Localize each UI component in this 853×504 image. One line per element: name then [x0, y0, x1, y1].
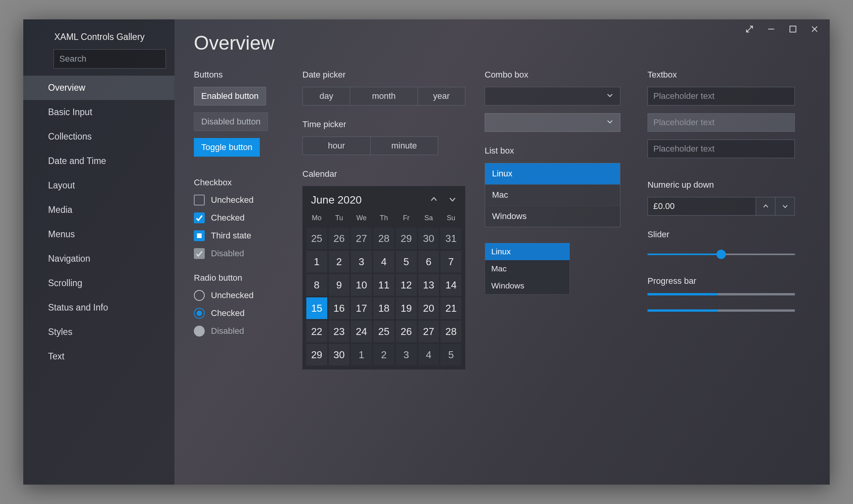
calendar-day[interactable]: 6 [418, 251, 439, 273]
calendar-day[interactable]: 20 [418, 297, 439, 319]
sidebar-item-overview[interactable]: Overview [23, 76, 174, 100]
calendar-title[interactable]: June 2020 [311, 194, 362, 206]
date-picker[interactable]: day month year [302, 87, 465, 105]
calendar-day[interactable]: 5 [440, 344, 461, 366]
calendar-day[interactable]: 11 [373, 274, 394, 296]
datepicker-month[interactable]: month [350, 87, 418, 105]
radio-disabled-text: Disabled [211, 326, 244, 336]
maximize-icon[interactable] [789, 25, 797, 33]
sidebar-item-styles[interactable]: Styles [23, 320, 174, 344]
sidebar-item-text[interactable]: Text [23, 344, 174, 369]
list-item[interactable]: Windows [485, 206, 620, 227]
calendar-day[interactable]: 28 [440, 321, 461, 342]
svg-rect-0 [790, 26, 796, 32]
search-input[interactable] [54, 49, 166, 69]
calendar-day[interactable]: 5 [396, 251, 417, 273]
calendar-day[interactable]: 22 [306, 321, 327, 342]
sidebar-item-basic-input[interactable]: Basic Input [23, 100, 174, 124]
calendar-day[interactable]: 29 [396, 228, 417, 249]
calendar-prev-icon[interactable] [430, 195, 438, 205]
page-title: Overview [194, 32, 810, 54]
calendar-day[interactable]: 8 [306, 274, 327, 296]
radio-checked[interactable] [194, 308, 205, 319]
datepicker-year[interactable]: year [418, 87, 465, 105]
numeric-down-button[interactable] [775, 197, 794, 215]
calendar-day[interactable]: 3 [396, 344, 417, 366]
sidebar-item-date-and-time[interactable]: Date and Time [23, 149, 174, 173]
checkbox-checked[interactable] [194, 212, 205, 223]
sidebar-item-menus[interactable]: Menus [23, 222, 174, 247]
slider[interactable] [648, 247, 795, 262]
progress-bar-2 [648, 309, 795, 312]
numeric-value[interactable]: £0.00 [648, 197, 756, 215]
calendar[interactable]: June 2020 MoTuWeThFrSaSu2526272829303112… [302, 186, 465, 369]
calendar-day[interactable]: 30 [329, 344, 350, 366]
calendar-day[interactable]: 19 [396, 297, 417, 319]
calendar-day[interactable]: 25 [306, 228, 327, 249]
minimize-icon[interactable] [767, 25, 775, 33]
calendar-day[interactable]: 21 [440, 297, 461, 319]
checkbox-thirdstate[interactable] [194, 230, 205, 241]
list-item[interactable]: Linux [485, 163, 620, 185]
list-item[interactable]: Mac [485, 185, 620, 206]
calendar-day[interactable]: 9 [329, 274, 350, 296]
numeric-up-down[interactable]: £0.00 [648, 197, 795, 216]
sidebar-item-navigation[interactable]: Navigation [23, 247, 174, 271]
calendar-day[interactable]: 10 [351, 274, 372, 296]
calendar-day[interactable]: 1 [351, 344, 372, 366]
list-box-small[interactable]: LinuxMacWindows [485, 243, 570, 295]
calendar-day[interactable]: 15 [306, 297, 327, 319]
sidebar-item-collections[interactable]: Collections [23, 124, 174, 149]
radio-unchecked[interactable] [194, 290, 205, 301]
list-item[interactable]: Windows [485, 277, 570, 294]
sidebar-item-layout[interactable]: Layout [23, 173, 174, 198]
timepicker-hour[interactable]: hour [303, 137, 371, 155]
textbox[interactable] [648, 87, 795, 105]
list-box[interactable]: LinuxMacWindows [485, 163, 620, 227]
datepicker-day[interactable]: day [303, 87, 350, 105]
calendar-day[interactable]: 28 [373, 228, 394, 249]
radio-label: Radio button [194, 273, 283, 283]
calendar-day[interactable]: 16 [329, 297, 350, 319]
sidebar-item-scrolling[interactable]: Scrolling [23, 271, 174, 295]
calendar-day[interactable]: 2 [373, 344, 394, 366]
close-icon[interactable] [810, 25, 819, 33]
calendar-day[interactable]: 18 [373, 297, 394, 319]
calendar-day[interactable]: 27 [418, 321, 439, 342]
calendar-day[interactable]: 31 [440, 228, 461, 249]
calendar-day[interactable]: 13 [418, 274, 439, 296]
calendar-day[interactable]: 4 [418, 344, 439, 366]
enabled-button[interactable]: Enabled button [194, 87, 266, 105]
sidebar-item-status-and-info[interactable]: Status and Info [23, 295, 174, 320]
calendar-day[interactable]: 2 [329, 251, 350, 273]
numeric-up-button[interactable] [756, 197, 775, 215]
textbox-2[interactable] [648, 140, 795, 158]
calendar-day[interactable]: 25 [373, 321, 394, 342]
calendar-day[interactable]: 24 [351, 321, 372, 342]
calendar-day[interactable]: 17 [351, 297, 372, 319]
calendar-day[interactable]: 7 [440, 251, 461, 273]
calendar-day[interactable]: 4 [373, 251, 394, 273]
time-picker[interactable]: hour minute [302, 136, 438, 155]
combo-box[interactable] [485, 87, 620, 105]
calendar-day[interactable]: 14 [440, 274, 461, 296]
timepicker-minute[interactable]: minute [371, 137, 438, 155]
toggle-button[interactable]: Toggle button [194, 138, 260, 157]
sidebar: XAML Controls Gallery OverviewBasic Inpu… [23, 19, 174, 485]
checkbox-unchecked[interactable] [194, 195, 205, 205]
calendar-next-icon[interactable] [448, 195, 457, 205]
calendar-day[interactable]: 1 [306, 251, 327, 273]
calendar-day[interactable]: 30 [418, 228, 439, 249]
calendar-day[interactable]: 12 [396, 274, 417, 296]
list-item[interactable]: Linux [485, 243, 570, 260]
calendar-day[interactable]: 27 [351, 228, 372, 249]
sidebar-item-media[interactable]: Media [23, 198, 174, 222]
list-item[interactable]: Mac [485, 260, 570, 277]
calendar-day[interactable]: 26 [396, 321, 417, 342]
calendar-day[interactable]: 23 [329, 321, 350, 342]
slider-thumb[interactable] [717, 250, 726, 259]
calendar-day[interactable]: 3 [351, 251, 372, 273]
fullscreen-icon[interactable] [745, 25, 754, 33]
calendar-day[interactable]: 29 [306, 344, 327, 366]
calendar-day[interactable]: 26 [329, 228, 350, 249]
